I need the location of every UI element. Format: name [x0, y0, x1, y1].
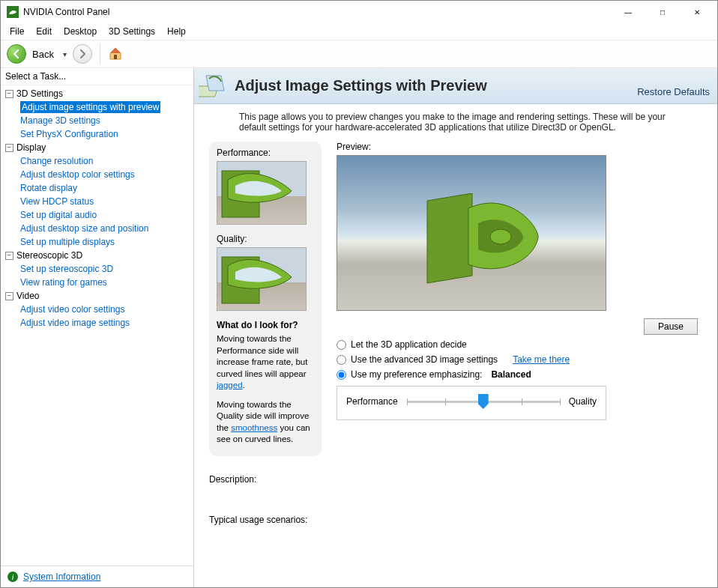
preference-slider-group: Performance Quality	[337, 386, 606, 420]
app-icon	[7, 6, 19, 18]
sidebar-footer: i System Information	[1, 566, 193, 587]
quality-thumbnail	[217, 247, 307, 311]
home-button[interactable]	[108, 46, 123, 63]
tree-item-rotate-display[interactable]: Rotate display	[20, 182, 77, 194]
radio-input[interactable]	[337, 355, 346, 365]
menu-desktop[interactable]: Desktop	[58, 25, 103, 38]
performance-label: Performance:	[217, 148, 314, 158]
radio-label: Use the advanced 3D image settings	[351, 354, 498, 365]
tree-item-video-image[interactable]: Adjust video image settings	[20, 317, 130, 329]
slider-label-performance: Performance	[346, 396, 398, 407]
preview-viewport	[337, 155, 606, 311]
collapse-icon[interactable]: −	[5, 252, 13, 260]
info-panel: Performance: Quality:	[209, 142, 322, 456]
menu-bar: File Edit Desktop 3D Settings Help	[1, 23, 717, 40]
tree-item-digital-audio[interactable]: Set up digital audio	[20, 209, 97, 221]
usage-scenarios-label: Typical usage scenarios:	[209, 515, 702, 525]
tree-item-game-rating[interactable]: View rating for games	[20, 276, 107, 288]
tree-item-desktop-color[interactable]: Adjust desktop color settings	[20, 169, 135, 181]
quality-label: Quality:	[217, 234, 314, 244]
tree-group-stereo[interactable]: − Stereoscopic 3D	[1, 249, 193, 262]
svg-point-8	[490, 229, 511, 244]
tree-item-hdcp[interactable]: View HDCP status	[20, 196, 94, 207]
back-history-dropdown[interactable]: ▾	[60, 50, 70, 58]
preference-slider[interactable]	[407, 394, 560, 409]
system-information-link[interactable]: System Information	[23, 572, 100, 582]
window-title: NVIDIA Control Panel	[23, 7, 611, 17]
performance-thumbnail	[217, 161, 307, 225]
page-header: Adjust Image Settings with Preview Resto…	[194, 68, 717, 104]
maximize-button[interactable]: □	[645, 1, 680, 23]
tree-group-video[interactable]: − Video	[1, 289, 193, 303]
toolbar: Back ▾	[1, 40, 717, 68]
jagged-link[interactable]: jagged	[217, 381, 243, 390]
tree-group-label: Display	[16, 142, 46, 154]
title-bar: NVIDIA Control Panel — □ ✕	[1, 1, 717, 23]
page-header-icon	[199, 71, 229, 101]
smoothness-link[interactable]: smoothness	[231, 423, 277, 432]
toolbar-separator	[100, 43, 100, 64]
preference-value: Balanced	[491, 369, 531, 380]
radio-label: Use my preference emphasizing:	[351, 369, 482, 380]
back-label[interactable]: Back	[29, 49, 57, 60]
preview-label: Preview:	[337, 142, 702, 152]
what-do-i-look-for-title: What do I look for?	[217, 320, 314, 330]
slider-thumb[interactable]	[478, 394, 489, 409]
svg-marker-7	[427, 193, 472, 283]
tree-group-display[interactable]: − Display	[1, 141, 193, 154]
menu-help[interactable]: Help	[161, 25, 192, 38]
page-title: Adjust Image Settings with Preview	[235, 77, 637, 94]
collapse-icon[interactable]: −	[5, 144, 13, 152]
radio-my-preference[interactable]: Use my preference emphasizing: Balanced	[337, 369, 702, 380]
forward-button[interactable]	[73, 44, 92, 64]
radio-app-decide[interactable]: Let the 3D application decide	[337, 339, 702, 350]
tree-group-label: Video	[16, 290, 39, 302]
description-label: Description:	[209, 474, 702, 485]
tree-group-label: Stereoscopic 3D	[16, 249, 82, 261]
tree-item-setup-stereo[interactable]: Set up stereoscopic 3D	[20, 263, 113, 275]
minimize-button[interactable]: —	[611, 1, 645, 23]
menu-edit[interactable]: Edit	[30, 25, 58, 38]
radio-input[interactable]	[337, 340, 346, 350]
menu-file[interactable]: File	[4, 25, 30, 38]
menu-3d-settings[interactable]: 3D Settings	[103, 25, 161, 38]
wdi-paragraph-1: Moving towards the Performance side will…	[217, 333, 314, 392]
pause-button[interactable]: Pause	[644, 318, 698, 335]
page-description: This page allows you to preview changes …	[194, 104, 717, 142]
wdi-text-span: Moving towards the Performance side will…	[217, 334, 307, 378]
tree-group-3d-settings[interactable]: − 3D Settings	[1, 87, 193, 100]
radio-label: Let the 3D application decide	[351, 339, 467, 350]
radio-input[interactable]	[337, 370, 346, 380]
collapse-icon[interactable]: −	[5, 292, 13, 300]
tree-item-video-color[interactable]: Adjust video color settings	[20, 303, 124, 315]
task-sidebar: Select a Task... − 3D Settings Adjust im…	[1, 68, 194, 587]
tree-item-multiple-displays[interactable]: Set up multiple displays	[20, 236, 115, 248]
collapse-icon[interactable]: −	[5, 90, 13, 98]
svg-rect-1	[114, 55, 117, 59]
wdi-text-span: .	[243, 381, 245, 390]
close-button[interactable]: ✕	[680, 1, 714, 23]
tree-item-adjust-image-preview[interactable]: Adjust image settings with preview	[20, 101, 160, 113]
task-header: Select a Task...	[1, 68, 193, 85]
tree-item-change-resolution[interactable]: Change resolution	[20, 155, 93, 167]
take-me-there-link[interactable]: Take me there	[513, 354, 570, 365]
task-tree: − 3D Settings Adjust image settings with…	[1, 85, 193, 566]
nvidia-logo-icon	[420, 193, 540, 291]
tree-item-manage-3d[interactable]: Manage 3D settings	[20, 115, 100, 127]
main-panel: Adjust Image Settings with Preview Resto…	[194, 68, 717, 587]
tree-item-desktop-size[interactable]: Adjust desktop size and position	[20, 222, 148, 234]
tree-item-physx[interactable]: Set PhysX Configuration	[20, 128, 118, 140]
back-button[interactable]	[7, 44, 26, 64]
slider-label-quality: Quality	[569, 396, 597, 407]
tree-group-label: 3D Settings	[16, 88, 63, 100]
info-icon: i	[7, 571, 19, 583]
svg-text:i: i	[11, 572, 13, 581]
radio-advanced[interactable]: Use the advanced 3D image settings Take …	[337, 354, 702, 365]
restore-defaults-link[interactable]: Restore Defaults	[637, 86, 710, 100]
wdi-paragraph-2: Moving towards the Quality side will imp…	[217, 399, 314, 446]
